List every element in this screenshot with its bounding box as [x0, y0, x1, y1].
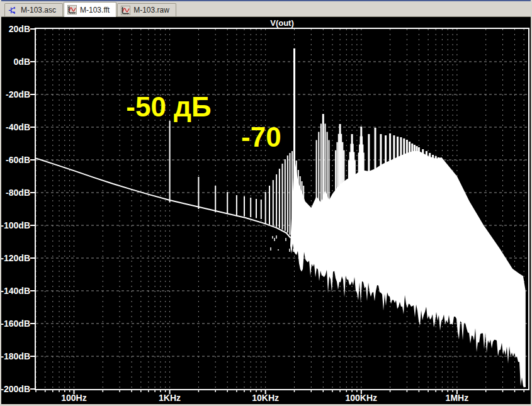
tab-label: M-103.asc: [21, 6, 56, 14]
y-axis-label: -200dB: [1, 384, 30, 394]
y-axis-label: 20dB: [9, 24, 30, 34]
tab-M-103.raw[interactable]: M-103.raw: [117, 3, 176, 16]
y-axis-label: -20dB: [6, 89, 30, 99]
y-axis-label: -180dB: [1, 351, 30, 361]
plot-title: V(out): [270, 18, 294, 28]
annotation-2: -70: [241, 121, 281, 152]
waveform-icon: [67, 5, 77, 14]
tab-label: M-103.fft: [80, 6, 110, 14]
fft-plot-pane[interactable]: 20dB0dB-20dB-40dB-60dB-80dB-100dB-120dB-…: [0, 0, 532, 406]
y-axis-label: -60dB: [6, 155, 30, 165]
annotation-1: -50 дБ: [126, 91, 211, 122]
y-axis-label: -100dB: [1, 220, 30, 230]
tab-M-103.asc[interactable]: M-103.asc: [4, 3, 63, 16]
waveform-icon: [121, 6, 130, 15]
y-axis-label: -140dB: [1, 286, 30, 296]
y-axis-label: -40dB: [6, 122, 30, 132]
x-axis-label: 10KHz: [252, 393, 279, 403]
x-axis-label: 100Hz: [61, 393, 86, 403]
schematic-icon: [8, 6, 18, 15]
y-axis-label: 0dB: [14, 57, 30, 67]
tab-M-103.fft[interactable]: M-103.fft: [64, 2, 116, 17]
tab-bar: M-103.ascM-103.fftM-103.raw: [0, 1, 532, 17]
x-axis-label: 100KHz: [346, 393, 378, 403]
window-top-border: [0, 0, 532, 1]
x-axis-label: 1KHz: [159, 393, 181, 403]
tab-label: M-103.raw: [133, 6, 169, 14]
y-axis-label: -120dB: [1, 253, 30, 263]
y-axis-label: -80dB: [6, 188, 30, 198]
x-axis-label: 1MHz: [446, 393, 469, 403]
ltspice-window: M-103.ascM-103.fftM-103.raw 20dB0dB-20dB…: [0, 0, 532, 406]
y-axis-label: -160dB: [1, 319, 30, 329]
